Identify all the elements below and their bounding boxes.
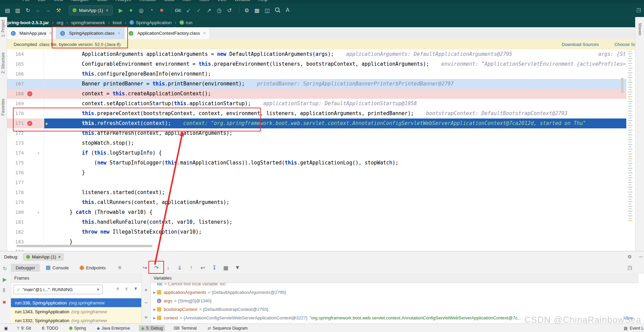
vertical-scrollbar[interactable] bbox=[621, 78, 624, 93]
code-line-175[interactable]: 175 (new StartupInfoLogger(this.mainAppl… bbox=[7, 158, 626, 168]
menu-item-code[interactable]: Code bbox=[97, 0, 108, 2]
code-line-169[interactable]: 169 context.setApplicationStartup(this.a… bbox=[7, 99, 626, 109]
menu-item-build[interactable]: Build bbox=[164, 0, 174, 2]
stop-icon[interactable]: ■ bbox=[158, 7, 166, 13]
debug-session-tab[interactable]: MainApp (1) × bbox=[23, 253, 64, 260]
close-icon[interactable]: × bbox=[58, 254, 61, 259]
editor-tab-mainapp-java[interactable]: CMainApp.java× bbox=[7, 27, 56, 39]
code-line-166[interactable]: 166 this.configureIgnoreBeanInfo(environ… bbox=[7, 69, 626, 79]
stack-frame-row[interactable]: run:1332, SpringApplication(org.springfr… bbox=[11, 316, 141, 324]
back-icon[interactable]: ← bbox=[34, 7, 42, 13]
close-icon[interactable]: × bbox=[118, 31, 120, 36]
editor-tab-springapplication-class[interactable]: CSpringApplication.class× bbox=[56, 27, 125, 39]
show-execution-point-icon[interactable]: ↪ bbox=[140, 265, 150, 271]
thread-selector[interactable]: ✓ "main"@1 i...": RUNNING ▼ bbox=[14, 285, 103, 294]
frame-up-icon[interactable]: ∧ bbox=[116, 286, 119, 291]
variable-row[interactable]: ▶context= {AnnotationConfigServletWebSer… bbox=[152, 314, 635, 322]
debug-tab-console[interactable]: Console bbox=[41, 264, 74, 272]
window-layout-icon[interactable]: ◳ bbox=[637, 7, 641, 13]
fold-icon[interactable]: ∨ bbox=[37, 207, 39, 217]
expand-watches-icon[interactable]: » bbox=[142, 314, 150, 320]
editor-tab-applicationcontextfactory-class[interactable]: IApplicationContextFactory.class× bbox=[125, 27, 210, 39]
code-line-165[interactable]: 165 ConfigurableEnvironment environment … bbox=[7, 59, 626, 69]
step-into-icon[interactable]: ↓ bbox=[163, 265, 173, 271]
code-line-176[interactable]: 176 } bbox=[7, 168, 626, 178]
add-watch-icon[interactable]: + bbox=[142, 287, 150, 293]
status-item-6-todo[interactable]: 6: TODO bbox=[40, 325, 60, 331]
debug-icon[interactable]: ● bbox=[127, 7, 135, 13]
rollback-icon[interactable]: ↺ bbox=[225, 7, 234, 14]
breakpoint-icon[interactable]: ✓ bbox=[27, 121, 32, 126]
toolwindow-button-favorites[interactable]: Favorites bbox=[1, 99, 5, 115]
hide-icon[interactable]: ─ bbox=[639, 254, 643, 259]
status-item-5-debug[interactable]: ◉5: Debug bbox=[139, 325, 165, 331]
frame-down-icon[interactable]: ∨ bbox=[125, 286, 128, 291]
menu-item-analyze[interactable]: Analyze bbox=[116, 0, 131, 2]
code-line-183[interactable]: 183 } bbox=[7, 237, 626, 247]
menu-item-vcs[interactable]: VCS bbox=[217, 0, 226, 2]
menu-item-window[interactable]: Window bbox=[235, 0, 250, 2]
code-line-170[interactable]: 170 this.prepareContext(bootstrapContext… bbox=[7, 109, 626, 118]
status-item-9-git[interactable]: Y9: Git bbox=[15, 325, 33, 331]
debug-tab-debugger[interactable]: Debugger bbox=[11, 264, 40, 272]
view-link[interactable]: View bbox=[624, 315, 633, 320]
filter-icon[interactable]: ▼ bbox=[232, 265, 243, 271]
expand-icon[interactable]: ▶ bbox=[152, 291, 157, 294]
search-everywhere-icon[interactable] bbox=[273, 7, 281, 13]
link-download-sources[interactable]: Download Sources bbox=[562, 42, 599, 47]
status-item-java-enterprise[interactable]: ◆Java Enterprise bbox=[95, 325, 132, 331]
code-line-180[interactable]: 180∨ } catch (Throwable var10) { bbox=[7, 207, 626, 217]
view-as-table-icon[interactable]: ▦ bbox=[221, 265, 231, 271]
menu-item-help[interactable]: Help bbox=[258, 0, 268, 2]
code-line-173[interactable]: 173 stopWatch.stop(); bbox=[7, 138, 626, 148]
menu-item-refactor[interactable]: Refactor bbox=[140, 0, 156, 2]
status-item-spring[interactable]: Spring bbox=[67, 325, 88, 331]
menu-item-tools[interactable]: Tools bbox=[199, 0, 209, 2]
code-line-171[interactable]: 171✓▶ this.refreshContext(context);conte… bbox=[7, 118, 626, 128]
menu-item-edit[interactable]: Edit bbox=[38, 0, 45, 2]
resume-icon[interactable]: ▶ bbox=[3, 276, 7, 283]
toolwindow-button-maven[interactable]: Maven bbox=[638, 23, 642, 35]
code-line-182[interactable]: 182 throw new IllegalStateException(var1… bbox=[7, 227, 626, 237]
git-push-icon[interactable]: ↗ bbox=[205, 7, 213, 14]
breadcrumb-item-boot[interactable]: boot bbox=[113, 20, 122, 25]
save-all-icon[interactable]: ▥ bbox=[14, 7, 22, 14]
remove-watch-icon[interactable]: − bbox=[142, 300, 150, 305]
history-icon[interactable]: ◷ bbox=[215, 7, 223, 14]
run-to-cursor-icon[interactable]: ↧ bbox=[209, 265, 220, 271]
menu-item-run[interactable]: Run bbox=[182, 0, 191, 2]
close-icon[interactable]: × bbox=[203, 31, 206, 36]
variable-row[interactable]: pargs= {String[0]@1340} bbox=[152, 297, 635, 305]
toolwindow-button-1-project[interactable]: 1: Project bbox=[1, 20, 5, 37]
forward-icon[interactable]: → bbox=[44, 7, 52, 13]
status-item-terminal[interactable]: ⌨Terminal bbox=[172, 325, 199, 331]
step-out-icon[interactable]: ↑ bbox=[186, 265, 196, 271]
git-update-icon[interactable]: ↙ bbox=[184, 7, 193, 14]
error-stripe[interactable] bbox=[626, 51, 634, 250]
restore-layout-icon[interactable]: ◳ bbox=[628, 265, 632, 271]
coverage-icon[interactable]: ◎ bbox=[137, 7, 145, 14]
variable-row[interactable]: ▶bootstrapContext= {DefaultBootstrapCont… bbox=[152, 305, 635, 314]
profiler-icon[interactable]: ◔ bbox=[147, 7, 156, 13]
code-line-172[interactable]: 172 this.afterRefresh(context, applicati… bbox=[7, 128, 626, 138]
step-over-icon[interactable]: ↷ bbox=[151, 265, 162, 271]
breadcrumb-item-org[interactable]: org bbox=[57, 20, 63, 25]
code-line-167[interactable]: 167 Banner printedBanner = this.printBan… bbox=[7, 79, 626, 89]
layout-icon[interactable]: ◫ bbox=[263, 7, 271, 14]
breadcrumb-item-run[interactable]: mrun bbox=[179, 20, 193, 25]
build-icon[interactable]: ⚒ bbox=[54, 7, 63, 14]
stack-frame-row[interactable]: run:1343, SpringApplication(org.springfr… bbox=[11, 307, 141, 316]
toolwindow-button-2-structure[interactable]: 2: Structure bbox=[1, 52, 5, 74]
breadcrumb-item-springapplication[interactable]: CSpringApplication bbox=[129, 20, 172, 25]
menu-item-file[interactable]: File bbox=[22, 0, 30, 2]
expand-icon[interactable]: ▶ bbox=[152, 308, 157, 311]
event-log-button[interactable]: ▤ Event Log bbox=[624, 326, 644, 331]
translate-icon[interactable]: A bbox=[284, 7, 292, 13]
drop-frame-icon[interactable]: ↩ bbox=[198, 265, 208, 271]
fold-icon[interactable]: ∨ bbox=[37, 148, 39, 158]
breakpoint-icon[interactable]: ✓ bbox=[27, 91, 32, 96]
code-line-184[interactable]: 184 bbox=[7, 247, 626, 251]
run-configuration-select[interactable]: MainApp (1)▼ bbox=[69, 5, 113, 15]
code-line-174[interactable]: 174∨ if (this.logStartupInfo) { bbox=[7, 148, 626, 158]
rerun-icon[interactable]: ↻ bbox=[3, 266, 7, 272]
